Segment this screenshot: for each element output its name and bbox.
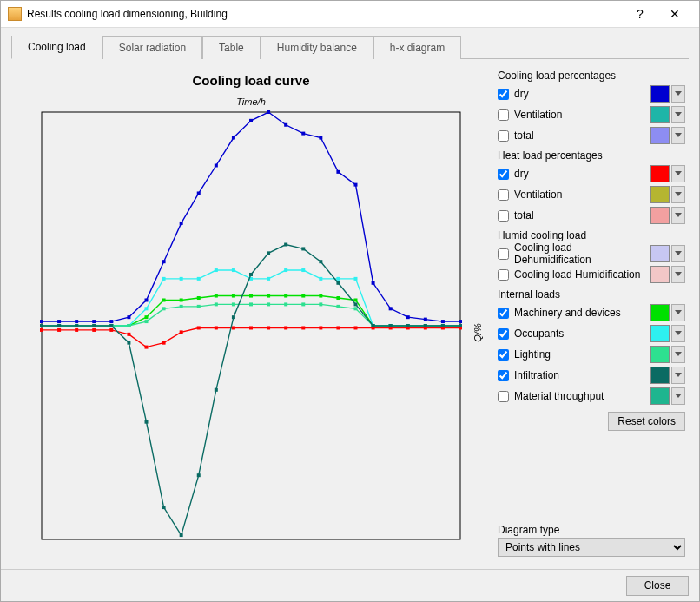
color-dropdown-button[interactable] (671, 165, 685, 182)
color-dropdown-button[interactable] (671, 186, 685, 203)
x-axis-label: Time/h (236, 96, 266, 107)
color-dropdown-button[interactable] (671, 346, 685, 363)
legend-checkbox[interactable] (498, 269, 509, 281)
svg-rect-87 (232, 268, 235, 272)
color-swatch[interactable] (650, 85, 670, 103)
legend-checkbox[interactable] (498, 328, 509, 340)
svg-rect-2 (57, 320, 61, 323)
tab-h-x-diagram[interactable]: h-x diagram (373, 36, 461, 59)
legend-item: dry (498, 83, 685, 104)
svg-rect-116 (301, 302, 305, 306)
color-swatch[interactable] (650, 127, 670, 144)
color-dropdown-button[interactable] (671, 367, 685, 384)
legend-checkbox-label[interactable]: Ventilation (498, 189, 650, 201)
reset-colors-button[interactable]: Reset colors (608, 412, 685, 431)
legend-item-label: Machinery and devices (514, 307, 621, 319)
legend-checkbox-label[interactable]: Machinery and devices (498, 307, 650, 319)
legend-checkbox[interactable] (498, 308, 509, 319)
legend-group-title: Humid cooling load (498, 229, 685, 241)
svg-rect-93 (336, 277, 340, 281)
svg-rect-113 (249, 302, 253, 306)
color-swatch[interactable] (650, 207, 670, 224)
svg-rect-115 (284, 302, 287, 306)
svg-rect-11 (215, 164, 218, 168)
legend-checkbox[interactable] (498, 169, 509, 180)
svg-rect-84 (180, 277, 183, 281)
svg-rect-69 (354, 298, 358, 301)
color-dropdown-button[interactable] (671, 387, 685, 405)
legend-checkbox[interactable] (498, 109, 509, 121)
legend-checkbox-label[interactable]: total (498, 209, 650, 222)
legend-checkbox[interactable] (498, 189, 509, 201)
color-dropdown-button[interactable] (671, 106, 685, 123)
legend-checkbox-label[interactable]: dry (498, 168, 650, 180)
color-swatch[interactable] (650, 186, 670, 203)
color-swatch[interactable] (650, 304, 670, 321)
legend-checkbox-label[interactable]: Infiltration (498, 369, 650, 381)
svg-rect-133 (162, 506, 166, 509)
legend-checkbox-label[interactable]: Cooling load Dehumidification (498, 241, 650, 266)
color-dropdown-button[interactable] (671, 85, 685, 103)
close-button[interactable]: Close (626, 576, 689, 596)
diagram-type-select[interactable]: Points with lines (498, 538, 685, 557)
legend-checkbox[interactable] (498, 248, 509, 260)
chart-svg (30, 109, 472, 543)
legend-checkbox-label[interactable]: Material throughput (498, 390, 650, 402)
svg-rect-62 (232, 294, 235, 298)
svg-rect-35 (197, 326, 201, 329)
svg-rect-135 (197, 473, 201, 477)
color-swatch[interactable] (650, 266, 670, 283)
svg-rect-90 (284, 268, 287, 272)
svg-rect-119 (354, 307, 358, 310)
legend-checkbox-label[interactable]: Ventilation (498, 109, 650, 121)
tab-table[interactable]: Table (202, 36, 261, 59)
color-swatch[interactable] (650, 346, 670, 363)
color-swatch[interactable] (650, 106, 670, 123)
legend-checkbox[interactable] (498, 89, 509, 100)
color-swatch[interactable] (650, 387, 670, 405)
svg-rect-59 (180, 298, 183, 301)
svg-rect-128 (75, 324, 78, 327)
svg-rect-28 (75, 328, 78, 332)
close-window-button[interactable]: ✕ (657, 2, 692, 26)
color-dropdown-button[interactable] (671, 325, 685, 342)
legend-checkbox[interactable] (498, 391, 509, 402)
color-dropdown-button[interactable] (671, 304, 685, 321)
legend-checkbox[interactable] (498, 210, 509, 222)
legend-item: Infiltration (498, 365, 685, 386)
legend-checkbox-label[interactable]: Cooling load Humidification (498, 268, 650, 281)
svg-rect-23 (424, 318, 427, 321)
svg-rect-82 (145, 307, 149, 310)
legend-checkbox-label[interactable]: Occupants (498, 327, 650, 340)
svg-rect-21 (389, 307, 393, 310)
legend-item-label: Ventilation (514, 189, 562, 201)
tab-solar-radiation[interactable]: Solar radiation (102, 36, 202, 59)
legend-checkbox-label[interactable]: total (498, 129, 650, 142)
legend-checkbox[interactable] (498, 370, 509, 381)
legend-checkbox[interactable] (498, 130, 509, 142)
legend-item: Machinery and devices (498, 302, 685, 323)
color-dropdown-button[interactable] (671, 127, 685, 144)
svg-rect-42 (319, 326, 322, 329)
legend-item-label: Ventilation (514, 109, 562, 121)
legend-checkbox-label[interactable]: dry (498, 88, 650, 100)
help-button[interactable]: ? (623, 2, 657, 26)
svg-rect-67 (319, 294, 322, 298)
svg-rect-91 (301, 268, 305, 272)
color-swatch[interactable] (650, 367, 670, 384)
color-swatch[interactable] (650, 245, 670, 262)
svg-rect-14 (267, 110, 270, 114)
legend-item-label: Lighting (514, 348, 551, 361)
legend-checkbox-label[interactable]: Lighting (498, 348, 650, 361)
legend-checkbox[interactable] (498, 349, 509, 361)
legend-item: Material throughput (498, 386, 685, 407)
legend-item-label: dry (514, 168, 529, 180)
tab-cooling-load[interactable]: Cooling load (11, 36, 102, 59)
tab-humidity-balance[interactable]: Humidity balance (261, 36, 373, 59)
svg-rect-107 (145, 320, 149, 323)
color-swatch[interactable] (650, 325, 670, 342)
color-dropdown-button[interactable] (671, 245, 685, 262)
color-swatch[interactable] (650, 165, 670, 182)
color-dropdown-button[interactable] (671, 207, 685, 224)
color-dropdown-button[interactable] (671, 266, 685, 283)
